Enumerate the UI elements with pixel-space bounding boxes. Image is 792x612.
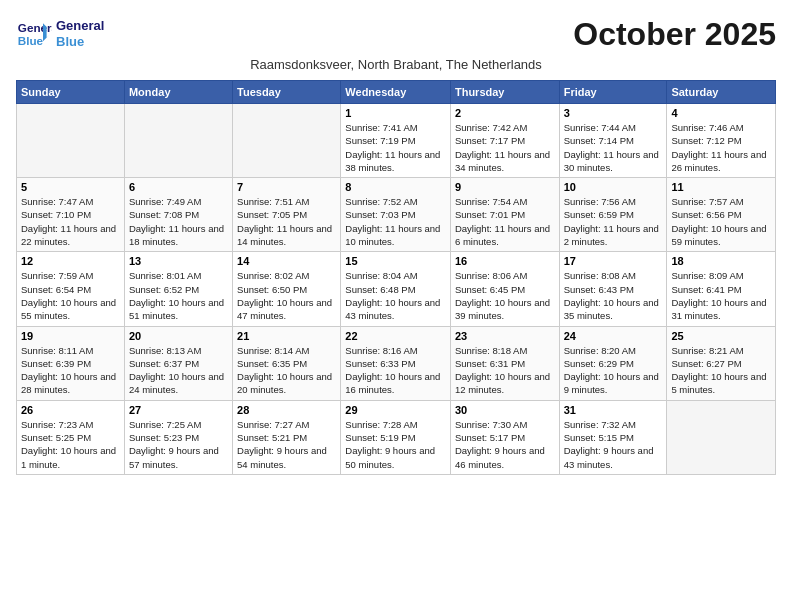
calendar-cell: 15Sunrise: 8:04 AMSunset: 6:48 PMDayligh… <box>341 252 451 326</box>
day-number: 16 <box>455 255 555 267</box>
weekday-header-friday: Friday <box>559 81 667 104</box>
calendar-cell: 1Sunrise: 7:41 AMSunset: 7:19 PMDaylight… <box>341 104 451 178</box>
day-number: 5 <box>21 181 120 193</box>
calendar-cell: 5Sunrise: 7:47 AMSunset: 7:10 PMDaylight… <box>17 178 125 252</box>
day-number: 10 <box>564 181 663 193</box>
calendar-cell: 4Sunrise: 7:46 AMSunset: 7:12 PMDaylight… <box>667 104 776 178</box>
weekday-header-wednesday: Wednesday <box>341 81 451 104</box>
month-title: October 2025 <box>573 16 776 53</box>
day-info: Sunrise: 8:01 AMSunset: 6:52 PMDaylight:… <box>129 269 228 322</box>
calendar-cell: 12Sunrise: 7:59 AMSunset: 6:54 PMDayligh… <box>17 252 125 326</box>
weekday-header-row: SundayMondayTuesdayWednesdayThursdayFrid… <box>17 81 776 104</box>
calendar-cell: 26Sunrise: 7:23 AMSunset: 5:25 PMDayligh… <box>17 400 125 474</box>
week-row-2: 5Sunrise: 7:47 AMSunset: 7:10 PMDaylight… <box>17 178 776 252</box>
calendar-cell: 11Sunrise: 7:57 AMSunset: 6:56 PMDayligh… <box>667 178 776 252</box>
calendar-cell: 16Sunrise: 8:06 AMSunset: 6:45 PMDayligh… <box>450 252 559 326</box>
day-info: Sunrise: 8:20 AMSunset: 6:29 PMDaylight:… <box>564 344 663 397</box>
calendar-table: SundayMondayTuesdayWednesdayThursdayFrid… <box>16 80 776 475</box>
calendar-cell: 6Sunrise: 7:49 AMSunset: 7:08 PMDaylight… <box>124 178 232 252</box>
day-info: Sunrise: 8:11 AMSunset: 6:39 PMDaylight:… <box>21 344 120 397</box>
day-info: Sunrise: 8:18 AMSunset: 6:31 PMDaylight:… <box>455 344 555 397</box>
calendar-cell: 28Sunrise: 7:27 AMSunset: 5:21 PMDayligh… <box>233 400 341 474</box>
calendar-cell <box>233 104 341 178</box>
calendar-cell: 22Sunrise: 8:16 AMSunset: 6:33 PMDayligh… <box>341 326 451 400</box>
calendar-cell: 23Sunrise: 8:18 AMSunset: 6:31 PMDayligh… <box>450 326 559 400</box>
day-number: 14 <box>237 255 336 267</box>
logo-icon: General Blue <box>16 16 52 52</box>
calendar-cell: 8Sunrise: 7:52 AMSunset: 7:03 PMDaylight… <box>341 178 451 252</box>
day-info: Sunrise: 7:54 AMSunset: 7:01 PMDaylight:… <box>455 195 555 248</box>
day-info: Sunrise: 7:56 AMSunset: 6:59 PMDaylight:… <box>564 195 663 248</box>
day-info: Sunrise: 7:46 AMSunset: 7:12 PMDaylight:… <box>671 121 771 174</box>
day-number: 7 <box>237 181 336 193</box>
calendar-cell <box>17 104 125 178</box>
calendar-cell: 14Sunrise: 8:02 AMSunset: 6:50 PMDayligh… <box>233 252 341 326</box>
calendar-cell <box>124 104 232 178</box>
calendar-cell: 20Sunrise: 8:13 AMSunset: 6:37 PMDayligh… <box>124 326 232 400</box>
week-row-3: 12Sunrise: 7:59 AMSunset: 6:54 PMDayligh… <box>17 252 776 326</box>
calendar-cell: 21Sunrise: 8:14 AMSunset: 6:35 PMDayligh… <box>233 326 341 400</box>
day-number: 20 <box>129 330 228 342</box>
calendar-cell: 18Sunrise: 8:09 AMSunset: 6:41 PMDayligh… <box>667 252 776 326</box>
day-number: 13 <box>129 255 228 267</box>
day-number: 28 <box>237 404 336 416</box>
day-info: Sunrise: 7:42 AMSunset: 7:17 PMDaylight:… <box>455 121 555 174</box>
day-number: 30 <box>455 404 555 416</box>
day-number: 31 <box>564 404 663 416</box>
day-info: Sunrise: 7:30 AMSunset: 5:17 PMDaylight:… <box>455 418 555 471</box>
day-info: Sunrise: 7:47 AMSunset: 7:10 PMDaylight:… <box>21 195 120 248</box>
day-info: Sunrise: 7:57 AMSunset: 6:56 PMDaylight:… <box>671 195 771 248</box>
day-info: Sunrise: 7:23 AMSunset: 5:25 PMDaylight:… <box>21 418 120 471</box>
logo-text: General Blue <box>56 18 104 49</box>
calendar-cell: 31Sunrise: 7:32 AMSunset: 5:15 PMDayligh… <box>559 400 667 474</box>
svg-text:Blue: Blue <box>18 34 44 47</box>
day-info: Sunrise: 8:13 AMSunset: 6:37 PMDaylight:… <box>129 344 228 397</box>
day-number: 23 <box>455 330 555 342</box>
day-info: Sunrise: 8:21 AMSunset: 6:27 PMDaylight:… <box>671 344 771 397</box>
header: General Blue General Blue October 2025 <box>16 16 776 53</box>
weekday-header-sunday: Sunday <box>17 81 125 104</box>
calendar-cell: 30Sunrise: 7:30 AMSunset: 5:17 PMDayligh… <box>450 400 559 474</box>
day-number: 15 <box>345 255 446 267</box>
day-number: 4 <box>671 107 771 119</box>
day-number: 11 <box>671 181 771 193</box>
day-number: 19 <box>21 330 120 342</box>
day-number: 12 <box>21 255 120 267</box>
day-number: 18 <box>671 255 771 267</box>
weekday-header-saturday: Saturday <box>667 81 776 104</box>
day-number: 24 <box>564 330 663 342</box>
weekday-header-thursday: Thursday <box>450 81 559 104</box>
day-number: 9 <box>455 181 555 193</box>
day-number: 3 <box>564 107 663 119</box>
day-info: Sunrise: 7:49 AMSunset: 7:08 PMDaylight:… <box>129 195 228 248</box>
day-info: Sunrise: 7:32 AMSunset: 5:15 PMDaylight:… <box>564 418 663 471</box>
week-row-4: 19Sunrise: 8:11 AMSunset: 6:39 PMDayligh… <box>17 326 776 400</box>
day-number: 2 <box>455 107 555 119</box>
calendar-cell: 27Sunrise: 7:25 AMSunset: 5:23 PMDayligh… <box>124 400 232 474</box>
day-info: Sunrise: 7:59 AMSunset: 6:54 PMDaylight:… <box>21 269 120 322</box>
calendar-cell: 29Sunrise: 7:28 AMSunset: 5:19 PMDayligh… <box>341 400 451 474</box>
calendar-cell: 9Sunrise: 7:54 AMSunset: 7:01 PMDaylight… <box>450 178 559 252</box>
day-info: Sunrise: 7:44 AMSunset: 7:14 PMDaylight:… <box>564 121 663 174</box>
day-number: 27 <box>129 404 228 416</box>
calendar-cell: 10Sunrise: 7:56 AMSunset: 6:59 PMDayligh… <box>559 178 667 252</box>
day-info: Sunrise: 7:51 AMSunset: 7:05 PMDaylight:… <box>237 195 336 248</box>
day-number: 8 <box>345 181 446 193</box>
calendar-cell: 3Sunrise: 7:44 AMSunset: 7:14 PMDaylight… <box>559 104 667 178</box>
day-number: 26 <box>21 404 120 416</box>
calendar-cell <box>667 400 776 474</box>
calendar-cell: 19Sunrise: 8:11 AMSunset: 6:39 PMDayligh… <box>17 326 125 400</box>
day-info: Sunrise: 8:06 AMSunset: 6:45 PMDaylight:… <box>455 269 555 322</box>
day-info: Sunrise: 7:41 AMSunset: 7:19 PMDaylight:… <box>345 121 446 174</box>
calendar-cell: 13Sunrise: 8:01 AMSunset: 6:52 PMDayligh… <box>124 252 232 326</box>
day-number: 1 <box>345 107 446 119</box>
logo: General Blue General Blue <box>16 16 104 52</box>
day-info: Sunrise: 8:04 AMSunset: 6:48 PMDaylight:… <box>345 269 446 322</box>
day-info: Sunrise: 8:08 AMSunset: 6:43 PMDaylight:… <box>564 269 663 322</box>
weekday-header-tuesday: Tuesday <box>233 81 341 104</box>
day-number: 17 <box>564 255 663 267</box>
day-number: 22 <box>345 330 446 342</box>
day-info: Sunrise: 8:09 AMSunset: 6:41 PMDaylight:… <box>671 269 771 322</box>
calendar-cell: 25Sunrise: 8:21 AMSunset: 6:27 PMDayligh… <box>667 326 776 400</box>
day-number: 6 <box>129 181 228 193</box>
